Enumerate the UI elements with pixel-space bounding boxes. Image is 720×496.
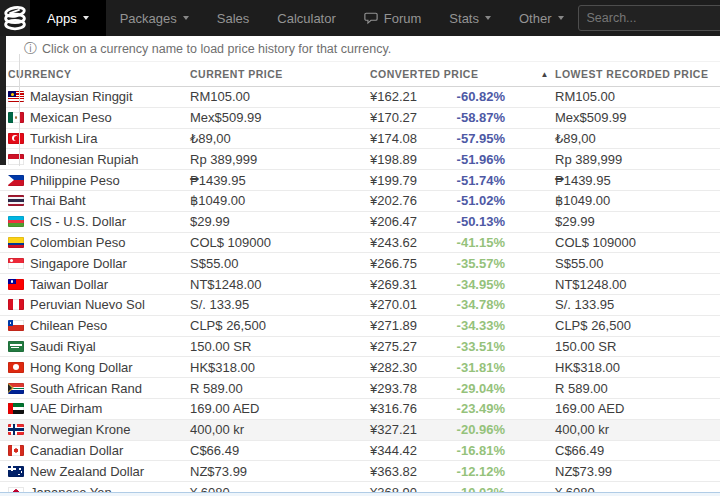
table-row[interactable]: Colombian Peso COL$ 109000 ¥243.62 -41.1… [0,233,720,254]
lowest-recorded-price: 169.00 AED [555,401,720,416]
page: Apps Packages Sales Calculator Forum Sta… [0,0,720,496]
header-current-price[interactable]: CURRENT PRICE [190,68,370,80]
currency-name-link[interactable]: Saudi Riyal [30,339,96,354]
header-converted-price[interactable]: CONVERTED PRICE [370,68,505,80]
search-container [578,5,720,31]
nav-item-forum[interactable]: Forum [350,0,436,36]
table-row[interactable]: Canadian Dollar C$66.49 ¥344.42 -16.81% … [0,441,720,462]
discount-percent: -50.13% [430,214,505,229]
table-row[interactable]: Chilean Peso CLP$ 26,500 ¥271.89 -34.33%… [0,316,720,337]
currency-name-link[interactable]: Peruvian Nuevo Sol [30,297,145,312]
currency-name-link[interactable]: Philippine Peso [30,173,120,188]
table-row[interactable]: Turkish Lira ₺89,00 ¥174.08 -57.95% ₺89,… [0,129,720,150]
header-lowest-price[interactable]: LOWEST RECORDED PRICE [555,68,720,80]
discount-percent: -34.78% [430,297,505,312]
currency-name-link[interactable]: Chilean Peso [30,318,107,333]
currency-name-link[interactable]: Indonesian Rupiah [30,152,138,167]
header-currency[interactable]: CURRENCY [0,68,190,80]
country-flag-icon [8,237,24,248]
discount-percent: -29.04% [430,381,505,396]
converted-price: ¥162.21 [370,89,430,104]
nav-label-other: Other [519,11,552,26]
currency-name-link[interactable]: Mexican Peso [30,110,112,125]
lowest-recorded-price: NT$1248.00 [555,277,720,292]
converted-price: ¥198.89 [370,152,430,167]
discount-percent: -51.96% [430,152,505,167]
nav-label-forum: Forum [384,11,422,26]
current-price: 150.00 SR [190,339,370,354]
caret-down-icon [558,16,564,20]
currency-name-link[interactable]: Singapore Dollar [30,256,127,271]
table-row[interactable]: UAE Dirham 169.00 AED ¥316.76 -23.49% 16… [0,399,720,420]
converted-price: ¥327.21 [370,422,430,437]
table-row[interactable]: CIS - U.S. Dollar $29.99 ¥206.47 -50.13%… [0,212,720,233]
current-price: C$66.49 [190,443,370,458]
current-price: COL$ 109000 [190,235,370,250]
lowest-recorded-price: ₱1439.95 [555,173,720,188]
current-price: R 589.00 [190,381,370,396]
bottom-edge-bar [0,492,720,496]
table-row[interactable]: Singapore Dollar S$55.00 ¥266.75 -35.57%… [0,253,720,274]
country-flag-icon [8,424,24,435]
currency-name-link[interactable]: Norwegian Krone [30,422,130,437]
table-row[interactable]: New Zealand Dollar NZ$73.99 ¥363.82 -12.… [0,461,720,482]
currency-name-link[interactable]: Malaysian Ringgit [30,89,133,104]
country-flag-icon [8,383,24,394]
currency-name-link[interactable]: Thai Baht [30,193,86,208]
converted-price: ¥202.76 [370,193,430,208]
left-panel-border [19,54,20,166]
table-row[interactable]: Peruvian Nuevo Sol S/. 133.95 ¥270.01 -3… [0,295,720,316]
nav-label-stats: Stats [449,11,479,26]
current-price: HK$318.00 [190,360,370,375]
steamdb-logo-icon[interactable] [0,0,30,36]
country-flag-icon [8,175,24,186]
nav-label-sales: Sales [217,11,250,26]
lowest-recorded-price: Rp 389,999 [555,152,720,167]
table-row[interactable]: Mexican Peso Mex$509.99 ¥170.27 -58.87% … [0,108,720,129]
converted-price: ¥170.27 [370,110,430,125]
lowest-recorded-price: $29.99 [555,214,720,229]
search-input[interactable] [578,5,720,31]
country-flag-icon [8,133,24,144]
currency-name-link[interactable]: Colombian Peso [30,235,125,250]
currency-name-link[interactable]: Hong Kong Dollar [30,360,133,375]
nav-item-sales[interactable]: Sales [203,0,264,36]
currency-name-link[interactable]: South African Rand [30,381,142,396]
table-row[interactable]: Indonesian Rupiah Rp 389,999 ¥198.89 -51… [0,149,720,170]
caret-down-icon [485,16,491,20]
table-row[interactable]: South African Rand R 589.00 ¥293.78 -29.… [0,378,720,399]
current-price: NT$1248.00 [190,277,370,292]
lowest-recorded-price: Mex$509.99 [555,110,720,125]
converted-price: ¥363.82 [370,464,430,479]
converted-price: ¥174.08 [370,131,430,146]
sort-ascending-icon[interactable]: ▲ [505,70,555,79]
nav-item-apps[interactable]: Apps [30,0,106,36]
table-row[interactable]: Thai Baht ฿1049.00 ¥202.76 -51.02% ฿1049… [0,191,720,212]
discount-percent: -35.57% [430,256,505,271]
currency-name-link[interactable]: Canadian Dollar [30,443,123,458]
table-row[interactable]: Hong Kong Dollar HK$318.00 ¥282.30 -31.8… [0,357,720,378]
nav-item-calculator[interactable]: Calculator [263,0,350,36]
converted-price: ¥266.75 [370,256,430,271]
converted-price: ¥206.47 [370,214,430,229]
notice-text: Click on a currency name to load price h… [42,42,391,56]
nav-item-packages[interactable]: Packages [106,0,203,36]
lowest-recorded-price: HK$318.00 [555,360,720,375]
currency-name-link[interactable]: UAE Dirham [30,401,102,416]
nav-label-calculator: Calculator [277,11,336,26]
currency-name-link[interactable]: CIS - U.S. Dollar [30,214,126,229]
currency-name-link[interactable]: New Zealand Dollar [30,464,144,479]
table-row[interactable]: Malaysian Ringgit RM105.00 ¥162.21 -60.8… [0,87,720,108]
info-icon: ⓘ [24,40,37,58]
currency-name-link[interactable]: Taiwan Dollar [30,277,108,292]
table-row[interactable]: Philippine Peso ₱1439.95 ¥199.79 -51.74%… [0,170,720,191]
table-row[interactable]: Taiwan Dollar NT$1248.00 ¥269.31 -34.95%… [0,274,720,295]
converted-price: ¥275.27 [370,339,430,354]
table-row[interactable]: Saudi Riyal 150.00 SR ¥275.27 -33.51% 15… [0,337,720,358]
table-row[interactable]: Norwegian Krone 400,00 kr ¥327.21 -20.96… [0,420,720,441]
nav-item-stats[interactable]: Stats [435,0,505,36]
currency-name-link[interactable]: Turkish Lira [30,131,97,146]
converted-price: ¥269.31 [370,277,430,292]
nav-item-other[interactable]: Other [505,0,578,36]
chat-bubble-icon [364,12,378,25]
